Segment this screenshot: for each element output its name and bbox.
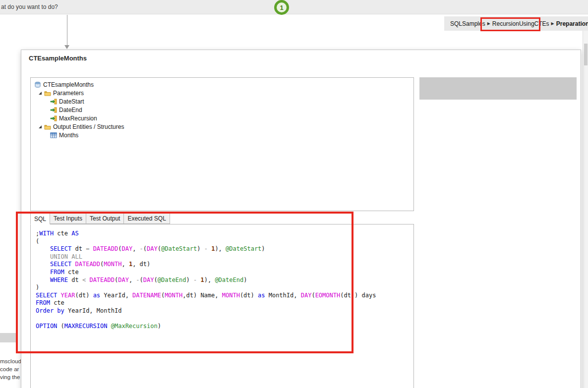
- input-parameter-icon: [50, 114, 57, 122]
- code-token: cte: [50, 299, 64, 306]
- tree-node-label: MaxRecursion: [59, 115, 97, 122]
- code-line: SELECT dt = DATEADD(DAY, -(DAY(@DateStar…: [36, 245, 410, 253]
- code-token: as: [258, 292, 265, 299]
- test-values-panel-header: [419, 77, 577, 100]
- flow-connector-line: [67, 15, 67, 45]
- dialog-title: CTEsampleMonths: [29, 55, 87, 62]
- code-token: (: [57, 323, 64, 330]
- tree-node-label: Output Entities / Structures: [53, 123, 124, 130]
- code-token: cte: [64, 269, 79, 276]
- code-token: ,: [129, 277, 136, 283]
- code-token: [89, 245, 93, 252]
- tree-node-label: CTEsampleMonths: [43, 81, 94, 88]
- one-click-publish-button[interactable]: 1: [274, 0, 289, 15]
- code-line: FROM cte: [36, 299, 410, 307]
- code-line: FROM cte: [36, 269, 410, 277]
- code-token: cte: [54, 230, 71, 237]
- expander-icon[interactable]: [38, 124, 44, 130]
- code-token: DAY: [301, 292, 312, 299]
- breadcrumb-item-sqlsamples[interactable]: SQLSamples: [450, 20, 485, 27]
- sql-code-editor[interactable]: ;WITH cte AS( SELECT dt = DATEADD(DAY, -…: [30, 224, 414, 388]
- code-token: WITH: [39, 230, 54, 237]
- code-token: ): [158, 323, 161, 330]
- sql-editor-dialog: CTEsampleMonths CTEsampleMonthsParameter…: [21, 50, 581, 388]
- tab-test-output[interactable]: Test Output: [86, 213, 124, 224]
- tree-node-maxrecursion[interactable]: MaxRecursion: [31, 114, 413, 122]
- code-token: dt: [68, 277, 82, 283]
- code-token: ): [243, 277, 247, 283]
- code-token: DAY: [121, 245, 132, 252]
- scrollbar-thumb[interactable]: [584, 44, 588, 65]
- tree-node-dateend[interactable]: DateEnd: [31, 106, 413, 114]
- code-token: (dt): [75, 292, 93, 299]
- code-token: UNION ALL: [50, 253, 82, 260]
- code-line: SELECT YEAR(dt) as YearId, DATENAME(MONT…: [36, 292, 410, 300]
- code-line: (: [36, 238, 410, 246]
- code-line: OPTION (MAXRECURSION @MaxRecursion): [36, 323, 410, 331]
- code-line: Order by YearId, MonthId: [36, 307, 410, 315]
- code-token: [36, 277, 50, 283]
- tree-node-ctesamplemonths[interactable]: CTEsampleMonths: [31, 80, 413, 89]
- breadcrumb-item-recursionusingctes[interactable]: RecursionUsingCTEs: [492, 20, 549, 27]
- tab-sql[interactable]: SQL: [30, 213, 50, 224]
- code-token: [36, 253, 50, 260]
- tree-node-months[interactable]: Months: [31, 131, 413, 139]
- code-token: Order by: [36, 307, 64, 314]
- code-token: DATEADD: [89, 277, 115, 283]
- code-token: DAY: [147, 245, 158, 252]
- code-token: AS: [71, 230, 78, 237]
- code-token: [108, 323, 111, 330]
- code-token: (: [154, 277, 158, 283]
- code-token: @MaxRecursion: [111, 323, 158, 330]
- tab-test-inputs[interactable]: Test Inputs: [50, 213, 86, 224]
- canvas-scrollbar[interactable]: [583, 31, 588, 388]
- code-token: @DateEnd: [158, 277, 186, 283]
- code-token: -: [204, 245, 208, 252]
- code-token: ): [197, 245, 204, 252]
- code-token: SELECT: [36, 292, 57, 299]
- folder-icon: [44, 89, 51, 97]
- tree-node-label: Parameters: [53, 90, 84, 97]
- code-token: YearId,: [100, 292, 132, 299]
- app-window: at do you want to do? 1 SQLSamples▶Recur…: [0, 0, 588, 388]
- input-parameter-icon: [50, 106, 57, 113]
- folder-icon: [44, 123, 51, 130]
- background-section-bar: [0, 333, 17, 342]
- expander-icon[interactable]: [38, 90, 44, 96]
- tree-node-label: DateEnd: [59, 107, 82, 113]
- code-line: ;WITH cte AS: [36, 230, 410, 238]
- tree-node-parameters[interactable]: Parameters: [31, 89, 413, 97]
- code-token: DAY: [118, 277, 129, 283]
- code-line: WHERE dt < DATEADD(DAY, -(DAY(@DateEnd) …: [36, 277, 410, 284]
- code-token: MONTH: [165, 292, 182, 299]
- code-token: as: [93, 292, 100, 299]
- code-token: DATENAME: [132, 292, 161, 299]
- code-token: ): [186, 277, 193, 283]
- publish-button-label: 1: [280, 4, 283, 11]
- code-token: (: [158, 245, 161, 252]
- table-icon: [50, 131, 57, 139]
- tree-node-output-entities-structures[interactable]: Output Entities / Structures: [31, 122, 413, 131]
- tab-strip: SQLTest InputsTest OutputExecuted SQL: [30, 214, 170, 224]
- code-line: UNION ALL: [36, 253, 410, 261]
- code-token: ): [36, 284, 39, 291]
- breadcrumb-item-preparation[interactable]: Preparation: [556, 20, 588, 27]
- code-token: , dt): [132, 261, 150, 268]
- breadcrumb-separator-icon: ▶: [487, 21, 490, 26]
- code-token: @DateEnd: [215, 277, 243, 283]
- tab-executed-sql[interactable]: Executed SQL: [123, 213, 170, 224]
- code-token: DATEADD: [93, 245, 118, 252]
- code-token: MONTH: [222, 292, 240, 299]
- code-token: ,dt) Name,: [182, 292, 222, 299]
- search-prompt-input[interactable]: at do you want to do?: [1, 3, 58, 10]
- toolbar: at do you want to do?: [0, 0, 588, 14]
- code-token: dt: [71, 245, 86, 252]
- code-token: FROM: [36, 299, 50, 306]
- tree-node-datestart[interactable]: DateStart: [31, 97, 413, 106]
- code-line: SELECT DATEADD(MONTH, 1, dt): [36, 261, 410, 269]
- code-token: ): [261, 245, 265, 252]
- code-token: (: [143, 245, 147, 252]
- code-token: ),: [215, 245, 226, 252]
- flow-connector-arrowhead-icon: [64, 45, 69, 49]
- input-parameter-icon: [50, 98, 57, 105]
